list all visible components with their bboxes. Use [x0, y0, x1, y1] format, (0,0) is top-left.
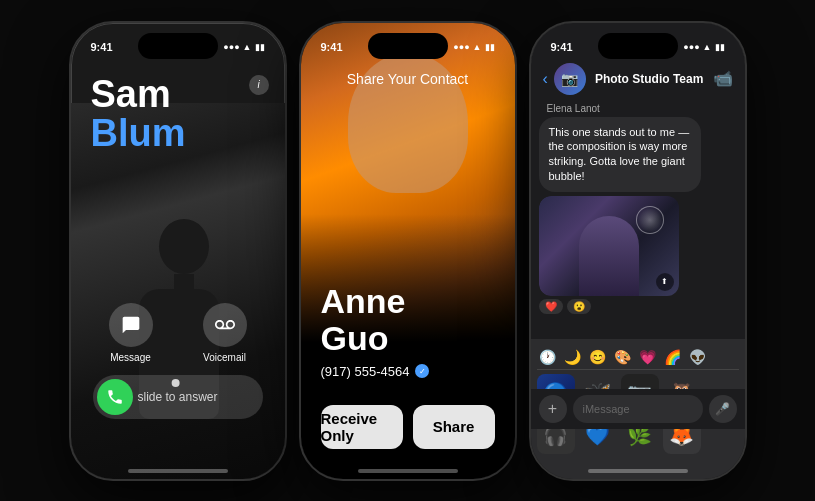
signal-icon: ●●●	[223, 42, 239, 52]
message-image: ⬆	[539, 196, 737, 296]
share-buttons-row: Receive Only Share	[321, 405, 495, 449]
reaction-1[interactable]: ❤️	[539, 299, 563, 314]
reaction-2[interactable]: 😮	[567, 299, 591, 314]
contact-name: Anne Guo	[321, 283, 495, 358]
voicemail-icon	[215, 315, 235, 335]
group-name: Photo Studio Team	[592, 72, 707, 86]
header-title-area: Photo Studio Team	[592, 72, 707, 86]
emoji-tab-alien[interactable]: 👽	[689, 349, 706, 365]
group-avatar: 📷	[554, 63, 586, 95]
voicemail-action[interactable]: Voicemail	[203, 303, 247, 363]
microphone-button[interactable]: 🎤	[709, 395, 737, 423]
sender-name: Elena Lanot	[539, 103, 737, 114]
slide-text: slide to answer	[133, 390, 259, 404]
status-icons-3: ●●● ▲ ▮▮	[683, 42, 724, 52]
info-button[interactable]: i	[249, 75, 269, 95]
video-call-button[interactable]: 📹	[713, 69, 733, 88]
image-bubble	[636, 206, 664, 234]
answer-button[interactable]	[97, 379, 133, 415]
contact-first-name: Anne	[321, 283, 495, 320]
silhouette-head	[159, 219, 209, 274]
input-placeholder: iMessage	[583, 403, 630, 415]
message-bubble: This one stands out to me — the composit…	[539, 117, 701, 192]
emoji-tab-faces[interactable]: 😊	[589, 349, 606, 365]
dynamic-island-2	[368, 33, 448, 59]
signal-icon-2: ●●●	[453, 42, 469, 52]
signal-icon-3: ●●●	[683, 42, 699, 52]
phone-1: 9:41 ●●● ▲ ▮▮ Sam Blum i Message	[69, 21, 287, 481]
battery-icon-3: ▮▮	[715, 42, 725, 52]
message-text: This one stands out to me — the composit…	[549, 125, 691, 184]
reactions-row: ❤️ 😮	[539, 299, 737, 314]
caller-last-name: Blum	[91, 113, 285, 155]
phone-2: 9:41 ●●● ▲ ▮▮ Share Your Contact Anne Gu…	[299, 21, 517, 481]
home-indicator-2	[358, 469, 458, 473]
image-share-icon[interactable]: ⬆	[656, 273, 674, 291]
message-icon	[121, 315, 141, 335]
emoji-tab-rainbow[interactable]: 🌈	[664, 349, 681, 365]
emoji-tab-hearts[interactable]: 💗	[639, 349, 656, 365]
status-time-1: 9:41	[91, 41, 113, 53]
voicemail-icon-circle	[203, 303, 247, 347]
emoji-tab-bar: 🕐 🌙 😊 🎨 💗 🌈 👽	[537, 345, 739, 370]
home-indicator-3	[588, 469, 688, 473]
messages-area: Elena Lanot This one stands out to me — …	[531, 103, 745, 359]
message-action[interactable]: Message	[109, 303, 153, 363]
phones-container: 9:41 ●●● ▲ ▮▮ Sam Blum i Message	[49, 1, 767, 501]
phone-icon	[106, 388, 124, 406]
wifi-icon-3: ▲	[703, 42, 712, 52]
verified-icon: ✓	[415, 364, 429, 378]
battery-icon-2: ▮▮	[485, 42, 495, 52]
image-person	[579, 216, 639, 296]
caller-background	[71, 103, 285, 479]
messages-header: ‹ 📷 Photo Studio Team 📹	[531, 63, 745, 95]
status-time-2: 9:41	[321, 41, 343, 53]
info-icon: i	[257, 79, 259, 90]
image-placeholder: ⬆	[539, 196, 679, 296]
battery-icon: ▮▮	[255, 42, 265, 52]
contact-phone-number: (917) 555-4564	[321, 364, 410, 379]
dynamic-island-3	[598, 33, 678, 59]
top-actions: Message Voicemail	[71, 303, 285, 363]
emoji-tab-art[interactable]: 🎨	[614, 349, 631, 365]
voicemail-label: Voicemail	[203, 352, 246, 363]
contact-last-name: Guo	[321, 320, 495, 357]
share-contact-title: Share Your Contact	[301, 71, 515, 87]
status-icons-1: ●●● ▲ ▮▮	[223, 42, 264, 52]
messages-input-area: + iMessage 🎤	[531, 389, 745, 429]
message-label: Message	[110, 352, 151, 363]
wifi-icon-2: ▲	[473, 42, 482, 52]
phone-3: 9:41 ●●● ▲ ▮▮ ‹ 📷 Photo Studio Team 📹 El…	[529, 21, 747, 481]
emoji-tab-recent[interactable]: 🕐	[539, 349, 556, 365]
back-button[interactable]: ‹	[543, 70, 548, 88]
call-actions: Message Voicemail slide to answer	[71, 303, 285, 419]
silhouette-neck	[174, 274, 194, 289]
home-indicator-1	[128, 469, 228, 473]
share-button[interactable]: Share	[413, 405, 495, 449]
contact-info: Anne Guo (917) 555-4564 ✓	[301, 283, 515, 379]
receive-only-button[interactable]: Receive Only	[321, 405, 403, 449]
status-icons-2: ●●● ▲ ▮▮	[453, 42, 494, 52]
emoji-tab-nature[interactable]: 🌙	[564, 349, 581, 365]
message-input[interactable]: iMessage	[573, 395, 703, 423]
message-icon-circle	[109, 303, 153, 347]
status-time-3: 9:41	[551, 41, 573, 53]
wifi-icon: ▲	[243, 42, 252, 52]
add-button[interactable]: +	[539, 395, 567, 423]
dynamic-island-1	[138, 33, 218, 59]
contact-phone-row: (917) 555-4564 ✓	[321, 364, 495, 379]
slide-to-answer[interactable]: slide to answer	[93, 375, 263, 419]
